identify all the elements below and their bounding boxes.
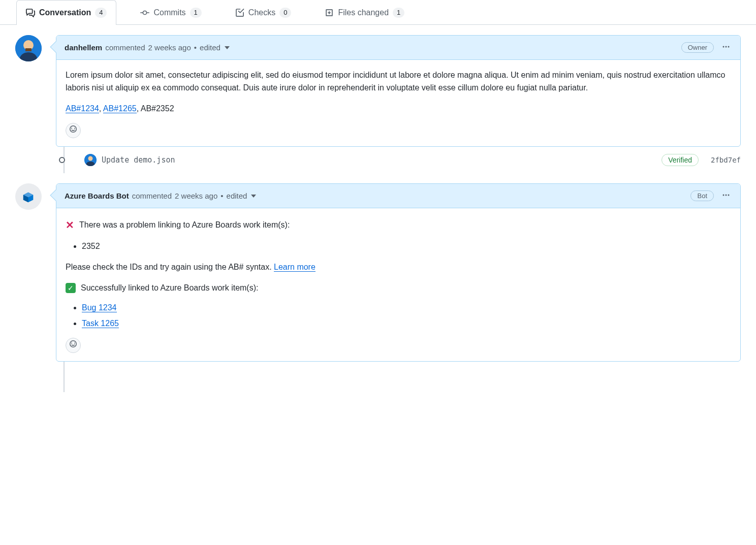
work-item-links: AB#1234, AB#1265, AB#2352	[66, 103, 731, 115]
commit-message[interactable]: Update demo.json	[102, 155, 175, 165]
comment-action: commented	[105, 43, 145, 52]
svg-point-4	[726, 46, 727, 48]
comment-box: Azure Boards Bot commented 2 weeks ago •…	[56, 183, 741, 362]
commits-icon	[140, 8, 149, 17]
tab-counter: 1	[393, 8, 404, 18]
list-item: 2352	[82, 240, 731, 253]
owner-badge: Owner	[681, 42, 714, 53]
work-item-link[interactable]: AB#1234	[66, 104, 99, 113]
svg-point-10	[728, 195, 730, 196]
tab-label: Conversation	[39, 8, 91, 17]
svg-point-7	[88, 156, 93, 161]
commit-row: Update demo.json Verified 2fbd7ef	[60, 147, 741, 173]
tab-counter: 0	[279, 8, 291, 18]
comment-edited[interactable]: edited	[227, 191, 247, 200]
caret-down-icon[interactable]	[225, 45, 230, 50]
learn-more-link[interactable]: Learn more	[274, 263, 316, 272]
tab-label: Files changed	[338, 8, 389, 17]
smiley-icon	[69, 339, 77, 352]
work-item-link[interactable]: Task 1265	[82, 319, 119, 328]
bot-badge: Bot	[690, 190, 714, 201]
comment-item: danhellem commented 2 weeks ago • edited…	[15, 35, 741, 147]
comment-item: Azure Boards Bot commented 2 weeks ago •…	[15, 183, 741, 362]
work-item-link[interactable]: Bug 1234	[82, 303, 117, 312]
tab-counter: 1	[190, 8, 202, 18]
tab-label: Commits	[153, 8, 185, 17]
comment-author[interactable]: danhellem	[65, 43, 102, 52]
kebab-icon[interactable]	[720, 189, 732, 203]
success-list: Bug 1234 Task 1265	[66, 302, 731, 330]
conversation-icon	[26, 8, 35, 17]
caret-down-icon[interactable]	[251, 194, 256, 199]
comment-body: Lorem ipsum dolor sit amet, consectetur …	[56, 60, 740, 146]
comment-author[interactable]: Azure Boards Bot	[65, 191, 129, 200]
work-item-text: AB#2352	[141, 104, 174, 113]
comment-text: Lorem ipsum dolor sit amet, consectetur …	[66, 69, 731, 94]
list-item: Task 1265	[82, 317, 731, 330]
mini-avatar[interactable]	[84, 154, 97, 166]
tab-checks[interactable]: Checks 0	[226, 0, 301, 25]
pr-tabs: Conversation 4 Commits 1 Checks 0 Files …	[0, 0, 756, 25]
comment-action: commented	[132, 191, 172, 200]
svg-point-8	[723, 195, 724, 196]
check-icon: ✓	[66, 283, 76, 293]
commit-sha[interactable]: 2fbd7ef	[711, 156, 741, 164]
tab-commits[interactable]: Commits 1	[131, 0, 211, 25]
avatar[interactable]	[15, 35, 42, 61]
comment-time[interactable]: 2 weeks ago	[175, 191, 217, 200]
kebab-icon[interactable]	[720, 41, 732, 54]
files-changed-icon	[325, 8, 334, 17]
comment-header: Azure Boards Bot commented 2 weeks ago •…	[56, 184, 740, 208]
tab-counter: 4	[95, 8, 107, 18]
verified-badge[interactable]: Verified	[662, 154, 699, 166]
avatar[interactable]	[15, 183, 42, 210]
comment-header: danhellem commented 2 weeks ago • edited…	[56, 36, 740, 60]
add-reaction-button[interactable]	[66, 338, 81, 353]
commit-node-icon	[59, 157, 65, 163]
comment-body: ✕ There was a problem linking to Azure B…	[56, 208, 740, 361]
problem-list: 2352	[66, 240, 731, 253]
work-item-link[interactable]: AB#1265	[103, 104, 137, 113]
svg-point-9	[726, 195, 727, 196]
success-status: ✓ Successfully linked to Azure Boards wo…	[66, 282, 731, 295]
tab-files-changed[interactable]: Files changed 1	[315, 0, 414, 25]
comment-time[interactable]: 2 weeks ago	[148, 43, 191, 52]
checks-icon	[235, 8, 244, 17]
svg-rect-2	[25, 48, 32, 51]
svg-point-5	[728, 46, 730, 48]
x-icon: ✕	[66, 217, 74, 233]
comment-edited[interactable]: edited	[200, 43, 220, 52]
tab-label: Checks	[248, 8, 275, 17]
tab-conversation[interactable]: Conversation 4	[16, 0, 116, 25]
help-text: Please check the IDs and try again using…	[66, 261, 731, 274]
comment-box: danhellem commented 2 weeks ago • edited…	[56, 35, 741, 147]
list-item: Bug 1234	[82, 302, 731, 314]
error-status: ✕ There was a problem linking to Azure B…	[66, 217, 731, 233]
svg-point-3	[723, 46, 724, 48]
add-reaction-button[interactable]	[66, 123, 81, 138]
smiley-icon	[69, 124, 77, 137]
